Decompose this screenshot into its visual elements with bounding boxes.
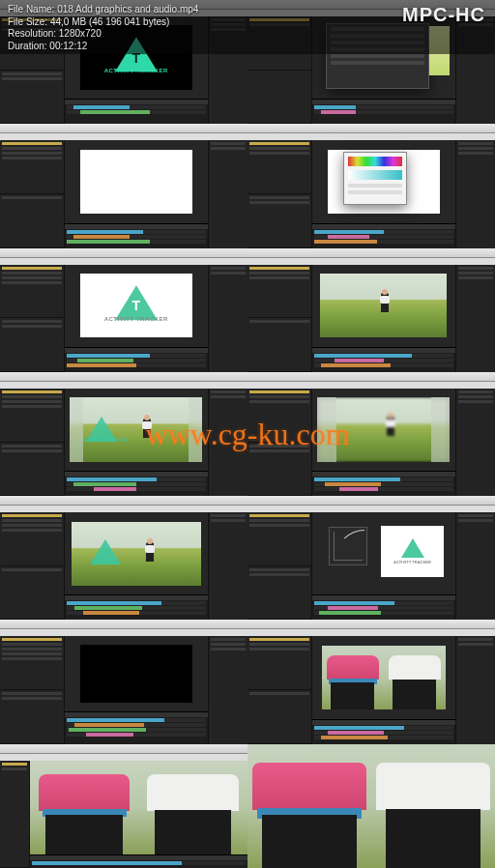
filename-value: 018 Add graphics and audio.mp4 xyxy=(57,4,198,14)
thumb-10: ACTIVITY TRACKER xyxy=(248,496,495,620)
logo-letter: T xyxy=(132,298,141,313)
logo-text: ACTIVITY TRACKER xyxy=(80,68,192,73)
logo-text: ACTIVITY TRACKER xyxy=(80,316,192,322)
thumb-5: T ACTIVITY TRACKER xyxy=(0,248,248,372)
filesize-value: 44,0 MB (46 196 041 bytes) xyxy=(50,16,169,27)
logo-overlay-icon xyxy=(90,539,121,564)
resolution-label: Resolution: xyxy=(8,28,56,39)
thumb-3 xyxy=(0,124,248,247)
field-footage xyxy=(320,274,447,338)
logo-preview: ACTIVITY TRACKER xyxy=(381,526,444,577)
sat-slider[interactable] xyxy=(348,170,401,180)
thumb-4 xyxy=(248,124,495,247)
thumb-6 xyxy=(248,248,495,372)
thumb-8 xyxy=(248,372,495,496)
duration-label: Duration: xyxy=(8,41,47,51)
timeline-panel xyxy=(65,99,209,124)
closeup-footage xyxy=(322,646,446,710)
resolution-value: 1280x720 xyxy=(59,28,102,39)
thumb-7: ACTIVITY TRACKER xyxy=(0,372,248,496)
color-picker-dialog[interactable] xyxy=(343,152,406,205)
thumb-9 xyxy=(0,496,248,620)
thumb-13 xyxy=(0,744,248,868)
white-solid xyxy=(80,150,192,215)
thumbnail-grid: T ACTIVITY TRACKER xyxy=(0,0,495,868)
duration-value: 00:12:12 xyxy=(49,41,87,51)
thumb-14 xyxy=(248,744,495,868)
curves-editor[interactable] xyxy=(329,527,367,565)
thumb-11 xyxy=(0,620,248,743)
filesize-label: File Size: xyxy=(8,16,47,27)
player-brand: MPC-HC xyxy=(402,4,485,26)
hue-slider[interactable] xyxy=(348,157,401,166)
filename-label: File Name: xyxy=(8,4,54,14)
logo-overlay-text: ACTIVITY TRACKER xyxy=(80,437,128,443)
thumb-12 xyxy=(248,620,495,743)
